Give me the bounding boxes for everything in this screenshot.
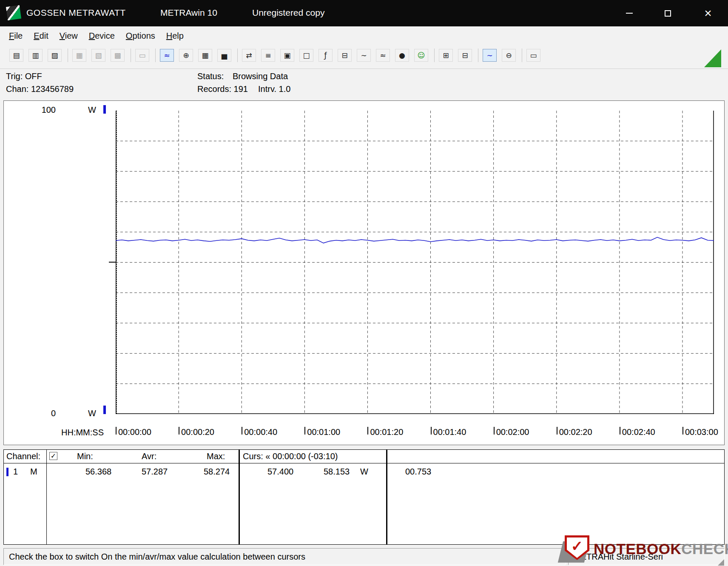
device-status-icon[interactable]: ☺ [414,49,428,62]
y-axis-max-label: 100 [37,105,56,115]
maximize-button[interactable] [657,6,678,20]
app-window: GOSSEN METRAWATT METRAwin 10 Unregistere… [0,0,728,566]
trend-view-icon[interactable]: ≈ [160,49,174,62]
license-label: Unregistered copy [252,8,324,18]
x-tick-mark [620,427,620,435]
header-avr: Avr: [142,452,156,461]
table-divider-thick-2 [386,450,387,544]
table-divider-thick-1 [239,450,240,544]
chart-panel: 100 W 0 W HH:MM:SS 00:00:0000:00:2000:00… [3,100,725,445]
channel-1-color-marker [6,468,9,476]
zoom-signal-icon[interactable]: ∼ [483,49,497,62]
x-tick-mark [179,427,179,435]
x-tick-mark [494,427,495,435]
toolbar-separator [68,49,68,62]
records-count: Records: 191 [197,84,248,94]
trend-plot-area [116,111,714,414]
power-trace [116,237,714,243]
menu-help[interactable]: Help [161,29,189,43]
monitor-icon[interactable]: □ [299,49,313,62]
cell-max-value: 58.274 [204,467,230,477]
channel-setup-icon[interactable]: ⇄ [242,49,256,62]
export-clipboard-icon: ▩ [111,49,125,62]
cell-unit: W [360,467,368,477]
formula-icon[interactable]: ƒ [318,49,333,62]
xy-view-icon[interactable]: ⊕ [179,49,193,62]
interval-value: Intrv. 1.0 [258,84,290,94]
menu-options[interactable]: Options [120,29,161,43]
close-button[interactable]: × [697,6,719,20]
table-header-row: Channel: Min: Avr: Max: Curs: « 00:00:00… [4,450,724,463]
maximize-icon [665,10,671,17]
watermark-text: NOTEBOOKCHECK [594,540,728,557]
zoom-out-icon[interactable]: ⊖ [502,49,516,62]
x-tick-label: 00:01:20 [370,427,403,437]
green-triangle-icon [704,49,721,67]
menu-edit[interactable]: Edit [28,29,54,43]
brand-title: GOSSEN METRAWATT [26,8,126,18]
channel-status: Chan: 123456789 [6,84,74,94]
cell-avr-value: 57.287 [142,467,168,477]
x-tick-label: 00:00:00 [118,427,151,437]
x-tick-label: 00:02:40 [622,427,655,437]
measurement-table: Channel: Min: Avr: Max: Curs: « 00:00:00… [3,449,725,545]
channel-color-marker-top [103,105,106,114]
minmax-calc-checkbox[interactable]: ✓ [49,452,57,460]
signal-sample-icon[interactable]: ∼ [357,49,371,62]
menu-device[interactable]: Device [83,29,120,43]
y-axis-min-label: 0 [37,409,56,418]
y-axis-mid-tick [109,262,116,263]
menubar: FileEditViewDeviceOptionsHelp [0,26,728,45]
x-tick-label: 00:02:00 [496,427,529,437]
toolbar-separator [237,49,238,62]
open-file-icon[interactable]: ▨ [48,49,62,62]
keyboard-entry-icon: ▭ [135,49,149,62]
cell-delta-value: 00.753 [405,467,431,477]
x-tick-mark [116,427,117,435]
watermark-text-check: CHECK [681,540,728,557]
trend-plot [116,111,714,414]
cell-channel-mode: M [30,467,37,477]
print-icon[interactable]: ⊟ [458,49,472,62]
notebookcheck-watermark: ✓ NOTEBOOKCHECK [560,535,728,565]
status-label: Status: [197,71,224,81]
menu-view[interactable]: View [54,29,83,43]
meter-clock-icon[interactable]: ● [395,49,409,62]
toolbar-buttons: ▤▥▨▦▧▩▭≈⊕▦▅⇄≡▣□ƒ⊟∼≈●☺⊞⊟∼⊖▭ [9,49,546,62]
table-divider-thin [46,450,47,544]
device-transfer-icon[interactable]: ≡ [261,49,275,62]
y-axis-max-unit: W [88,105,96,115]
table-view-icon[interactable]: ▦ [198,49,212,62]
export-csv-icon: ▧ [91,49,105,62]
header-min: Min: [77,452,93,461]
minimize-button[interactable] [619,6,640,20]
x-tick-mark [304,427,305,435]
print-preview-icon[interactable]: ⊞ [439,49,453,62]
device-read-icon[interactable]: ⊟ [338,49,352,62]
cell-cursor2-value: 58.153 [324,467,350,477]
statusbar-message: Check the box to switch On the min/avr/m… [9,552,305,562]
titlebar: GOSSEN METRAWATT METRAwin 10 Unregistere… [0,0,728,26]
toolbar-separator [522,49,522,62]
watermark-text-notebook: NOTEBOOK [594,540,681,557]
save-icon[interactable]: ▤ [9,49,23,62]
minimize-icon [626,13,633,14]
header-channel: Channel: [6,452,40,461]
toolbar-separator [131,49,131,62]
export-data-icon: ▦ [72,49,86,62]
statusbar-message-panel: Check the box to switch On the min/avr/m… [3,548,566,565]
sequence-setup-icon[interactable]: ▣ [280,49,294,62]
signal-record-icon[interactable]: ≈ [376,49,390,62]
header-cursors: Curs: « 00:00:00 (-03:10) [243,452,338,461]
menu-file[interactable]: File [3,29,28,43]
annotation-icon[interactable]: ▭ [526,49,540,62]
histogram-view-icon[interactable]: ▅ [217,49,231,62]
app-title: METRAwin 10 [160,8,217,18]
x-tick-mark [431,427,432,435]
channel-color-marker-bottom [103,406,106,414]
x-tick-mark [367,427,368,435]
save-as-icon[interactable]: ▥ [28,49,43,62]
x-tick-label: 00:03:00 [685,427,718,437]
header-max: Max: [207,452,225,461]
toolbar-separator [434,49,435,62]
